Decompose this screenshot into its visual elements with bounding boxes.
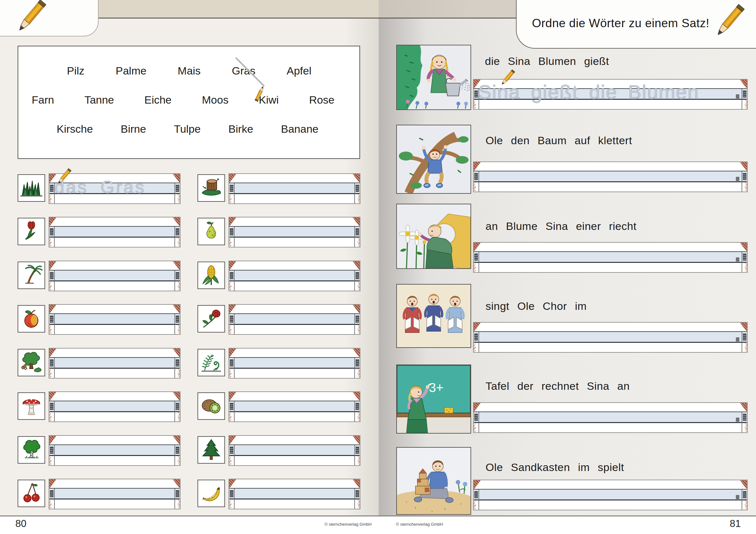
writing-line[interactable] (49, 261, 180, 291)
copyright-right: © sternchenverlag GmbH (396, 522, 443, 527)
jumbled-words: Ole Sandkasten im spielt (486, 461, 624, 473)
writing-line[interactable] (229, 348, 361, 379)
rose-image (198, 305, 225, 333)
jumbled-words: singt Ole Chor im (486, 300, 587, 313)
writing-line[interactable] (229, 435, 361, 466)
writing-line[interactable] (229, 479, 361, 509)
writing-line[interactable] (229, 217, 361, 247)
tree-stump-moss-image (198, 174, 225, 202)
writing-line[interactable]: das Gras (49, 173, 180, 204)
girl-smelling-flower-image (396, 204, 471, 269)
word-tulpe: Tulpe (174, 123, 201, 135)
kiwi-image (198, 392, 225, 420)
cherries-image (17, 480, 45, 507)
writing-line[interactable] (49, 479, 180, 509)
word-rose: Rose (309, 94, 335, 106)
word-box-row-2: Farn Tanne Eiche Moos Kiwi Rose (18, 91, 360, 108)
left-corner-tab (0, 0, 98, 37)
word-mais: Mais (177, 64, 201, 77)
word-tanne: Tanne (85, 94, 114, 106)
word-box: Pilz Palme Mais Gras Apfel Farn Tanne Ei… (17, 46, 360, 159)
right-page-number: 81 (730, 518, 741, 529)
writing-line[interactable] (49, 392, 180, 422)
word-birne: Birne (121, 123, 146, 135)
writing-line[interactable] (229, 392, 361, 422)
word-pilz: Pilz (67, 64, 85, 77)
writing-line[interactable] (473, 480, 748, 510)
writing-line[interactable] (473, 322, 748, 353)
mushroom-image (17, 392, 45, 420)
left-page-number: 80 (15, 518, 26, 529)
children-singing-choir-image (396, 284, 471, 348)
writing-line[interactable] (473, 162, 748, 192)
word-banane: Banane (281, 123, 318, 135)
traced-text: das Gras (54, 177, 146, 197)
pencil-icon (715, 3, 746, 38)
writing-line[interactable]: Sina gießt die Blumen (473, 79, 748, 110)
jumbled-words: Ole den Baum auf klettert (486, 134, 632, 147)
jumbled-words: Tafel der rechnet Sina an (486, 380, 630, 392)
pear-image (198, 218, 225, 245)
word-apfel: Apfel (286, 64, 311, 77)
boy-in-sandbox-image (396, 447, 471, 515)
pencil-icon (16, 0, 47, 33)
traced-text: Sina gießt die Blumen (478, 81, 699, 103)
writing-line[interactable] (229, 261, 361, 291)
word-box-row-3: Kirsche Birne Tulpe Birke Banane (18, 120, 360, 137)
birch-tree-image (17, 436, 45, 464)
girl-watering-flowers-image (396, 45, 471, 110)
period-mark (736, 177, 739, 181)
writing-line[interactable] (473, 242, 748, 273)
writing-line[interactable] (49, 217, 180, 247)
word-birke: Birke (229, 123, 253, 135)
writing-line[interactable] (229, 304, 361, 335)
writing-line[interactable] (229, 173, 361, 204)
fern-image (198, 349, 225, 376)
period-mark (736, 337, 739, 342)
girl-at-blackboard-image: 3+ (396, 365, 471, 434)
oak-tree-image (17, 349, 45, 376)
period-mark (736, 257, 739, 262)
page-bottom-edge (0, 516, 756, 517)
apple-image (17, 305, 45, 333)
banana-image (198, 480, 225, 507)
writing-line[interactable] (49, 435, 180, 466)
grass-image (17, 174, 45, 202)
word-box-row-1: Pilz Palme Mais Gras Apfel (18, 63, 360, 79)
palm-tree-image (17, 262, 45, 289)
period-mark (736, 418, 739, 422)
period-mark (736, 94, 739, 98)
word-eiche: Eiche (144, 94, 172, 106)
word-palme: Palme (116, 64, 146, 77)
boy-climbing-tree-image (396, 125, 471, 194)
period-mark (736, 495, 739, 499)
fir-tree-image (198, 436, 225, 464)
copyright-left: © sternchenverlag GmbH (325, 522, 372, 527)
writing-line[interactable] (49, 304, 180, 335)
jumbled-words: die Sina Blumen gießt (485, 55, 609, 67)
corn-cob-image (198, 262, 225, 289)
writing-line[interactable] (49, 348, 180, 379)
page-title: Ordne die Wörter zu einem Satz! (532, 17, 709, 30)
word-kirsche: Kirsche (57, 123, 93, 135)
pencil-strike-icon (225, 38, 273, 96)
tulip-image (17, 218, 45, 245)
word-gras-wrapper: Gras (232, 64, 256, 77)
word-farn: Farn (32, 94, 54, 106)
writing-line[interactable] (473, 402, 748, 433)
jumbled-words: an Blume Sina einer riecht (486, 220, 636, 233)
right-header-tab: Ordne die Wörter zu einem Satz! (516, 0, 756, 49)
blackboard-text: 3+ (429, 381, 444, 394)
